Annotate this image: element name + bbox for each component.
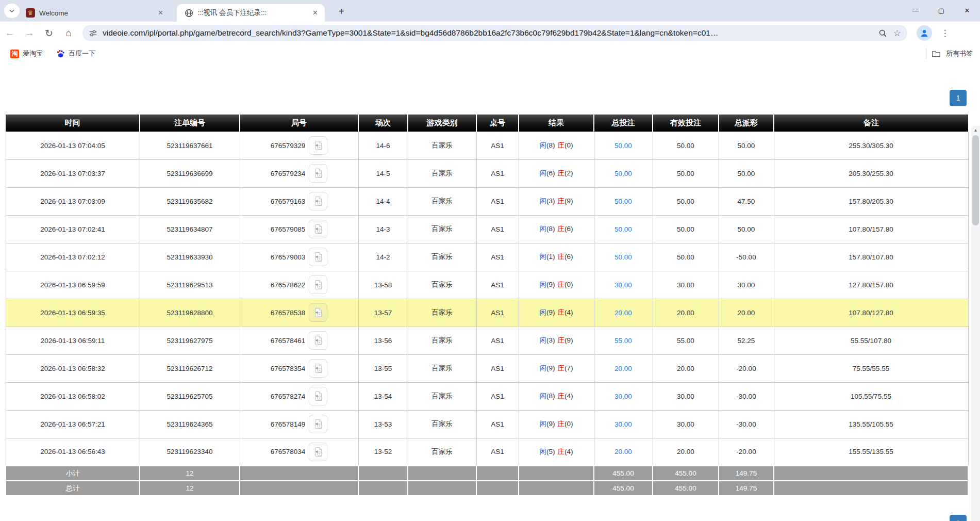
table-row[interactable]: 2026-01-13 07:02:12523119633930676579003…: [6, 243, 968, 271]
table-row[interactable]: 2026-01-13 06:56:43523119623340676578034…: [6, 438, 968, 466]
tab-close-icon[interactable]: ×: [155, 8, 166, 18]
result-player-label: 闲: [540, 420, 547, 428]
cell-result: 闲(5)庄(4): [519, 438, 594, 466]
table-row[interactable]: 2026-01-13 06:58:02523119625705676578274…: [6, 382, 968, 410]
cell-session: 14-2: [358, 243, 408, 271]
result-banker-value: (6): [564, 225, 573, 233]
video-replay-button[interactable]: [309, 443, 327, 461]
bet-records-table: 时间注单编号局号场次游戏类别桌号结果总投注有效投注总派彩备注 2026-01-1…: [5, 115, 969, 496]
total-bet-link[interactable]: 50.00: [614, 170, 632, 177]
cell-total-bet: 50.00: [594, 132, 653, 159]
cell-remark: 107.80/157.80: [774, 215, 968, 243]
video-replay-button[interactable]: [309, 220, 327, 238]
cell-game-type: 百家乐: [408, 132, 476, 159]
result-banker-label: 庄: [558, 169, 565, 177]
cell-time: 2026-01-13 07:04:05: [6, 132, 140, 159]
bookmark-baidu[interactable]: 百度一下: [53, 47, 98, 60]
cell-total-bet: 20.00: [594, 354, 653, 382]
table-row[interactable]: 2026-01-13 06:59:11523119627975676578461…: [6, 327, 968, 354]
round-number: 676579003: [271, 253, 306, 261]
folder-icon: [932, 50, 941, 58]
maximize-button[interactable]: ▢: [928, 0, 954, 21]
video-replay-button[interactable]: [309, 331, 327, 350]
video-replay-button[interactable]: [309, 415, 327, 433]
browser-tab-bet-records[interactable]: :::视讯 会员下注纪录::: ×: [177, 4, 325, 22]
summary-payout: 149.75: [719, 466, 774, 481]
total-bet-link[interactable]: 50.00: [614, 253, 632, 261]
video-replay-button[interactable]: [309, 359, 327, 378]
result-banker-label: 庄: [558, 197, 565, 205]
total-bet-link[interactable]: 30.00: [614, 393, 632, 400]
summary-empty-cell: [240, 466, 358, 481]
result-banker-label: 庄: [558, 448, 565, 455]
total-bet-link[interactable]: 20.00: [614, 309, 632, 317]
table-row[interactable]: 2026-01-13 07:04:05523119637661676579329…: [6, 132, 968, 159]
cell-result: 闲(9)庄(0): [519, 271, 594, 299]
result-banker-label: 庄: [558, 225, 565, 233]
table-row[interactable]: 2026-01-13 06:58:32523119626712676578354…: [6, 354, 968, 382]
scrollbar-thumb[interactable]: [972, 135, 979, 225]
summary-total-bet: 455.00: [594, 481, 653, 496]
total-bet-link[interactable]: 50.00: [614, 225, 632, 233]
video-replay-button[interactable]: [309, 387, 327, 405]
table-row[interactable]: 2026-01-13 07:03:37523119636699676579234…: [6, 159, 968, 187]
pagination-page-1-top[interactable]: 1: [950, 90, 967, 106]
all-bookmarks-label[interactable]: 所有书签: [946, 49, 973, 58]
zoom-page-icon[interactable]: [878, 29, 887, 38]
browser-menu-icon[interactable]: ⋮: [938, 28, 952, 39]
cell-payout: -20.00: [719, 438, 774, 466]
video-replay-button[interactable]: [309, 303, 327, 322]
total-bet-link[interactable]: 30.00: [614, 420, 632, 428]
home-button[interactable]: ⌂: [59, 24, 78, 42]
table-row[interactable]: 2026-01-13 07:03:09523119635682676579163…: [6, 187, 968, 215]
result-player-value: (8): [546, 225, 555, 233]
video-replay-button[interactable]: [309, 136, 327, 155]
total-bet-link[interactable]: 50.00: [614, 142, 632, 150]
video-file-icon: [312, 307, 324, 318]
video-replay-button[interactable]: [309, 248, 327, 266]
total-bet-link[interactable]: 55.00: [614, 337, 632, 345]
minimize-button[interactable]: —: [903, 0, 928, 21]
total-bet-link[interactable]: 20.00: [614, 448, 632, 455]
table-row[interactable]: 2026-01-13 06:59:35523119628800676578538…: [6, 299, 968, 327]
total-bet-link[interactable]: 20.00: [614, 365, 632, 372]
browser-tab-welcome[interactable]: ♛ Welcome ×: [19, 4, 170, 22]
cell-total-bet: 30.00: [594, 382, 653, 410]
new-tab-button[interactable]: +: [334, 4, 348, 19]
back-button[interactable]: ←: [0, 24, 20, 42]
reload-button[interactable]: ↻: [39, 24, 59, 42]
url-text[interactable]: videoie.com/ipl/portal.php/game/betrecor…: [103, 28, 872, 38]
cell-remark: 255.30/305.30: [774, 132, 968, 159]
table-row[interactable]: 2026-01-13 06:59:59523119629513676578622…: [6, 271, 968, 299]
column-header: 注单编号: [140, 115, 240, 132]
pagination-page-1-bottom[interactable]: 1: [950, 515, 967, 521]
cell-session: 13-55: [358, 354, 408, 382]
total-bet-link[interactable]: 50.00: [614, 198, 632, 205]
total-bet-link[interactable]: 30.00: [614, 281, 632, 289]
site-settings-icon[interactable]: [89, 29, 97, 38]
cell-result: 闲(9)庄(4): [519, 299, 594, 327]
tab-search-button[interactable]: [4, 4, 20, 18]
result-banker-value: (0): [564, 281, 573, 288]
result-player-value: (1): [546, 253, 555, 260]
cell-table-no: AS1: [476, 215, 519, 243]
tab-close-icon[interactable]: ×: [310, 8, 321, 18]
summary-empty-cell: [774, 481, 968, 496]
video-replay-button[interactable]: [309, 275, 327, 294]
column-header: 总派彩: [719, 115, 774, 132]
cell-session: 14-5: [358, 159, 408, 187]
address-bar[interactable]: videoie.com/ipl/portal.php/game/betrecor…: [82, 25, 907, 41]
scrollbar-up-arrow-icon[interactable]: ▲: [971, 128, 980, 133]
video-replay-button[interactable]: [309, 192, 327, 210]
table-row[interactable]: 2026-01-13 07:02:41523119634807676579085…: [6, 215, 968, 243]
table-row[interactable]: 2026-01-13 06:57:21523119624365676578149…: [6, 410, 968, 438]
scrollbar[interactable]: ▲: [971, 126, 980, 521]
summary-payout: 149.75: [719, 481, 774, 496]
bookmark-star-icon[interactable]: ☆: [893, 28, 901, 39]
forward-button[interactable]: →: [20, 24, 39, 42]
cell-result: 闲(9)庄(0): [519, 410, 594, 438]
profile-avatar[interactable]: [917, 25, 932, 41]
bookmark-aitaobao[interactable]: 淘 爱淘宝: [7, 47, 46, 60]
video-replay-button[interactable]: [309, 164, 327, 183]
close-button[interactable]: ✕: [954, 0, 980, 21]
